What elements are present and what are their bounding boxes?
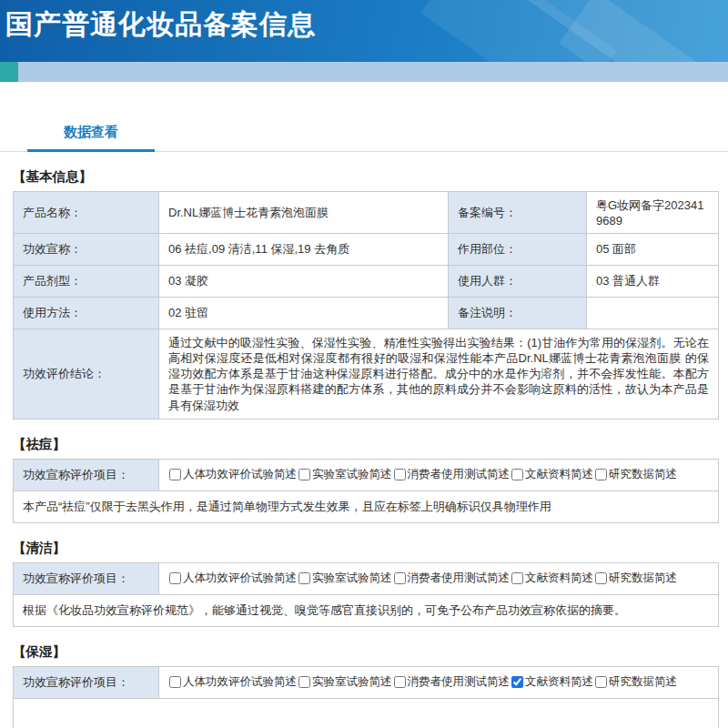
table-row: 功效宣称： 06 祛痘,09 清洁,11 保湿,19 去角质 作用部位： 05 … [14,234,719,266]
table-row: 产品剂型： 03 凝胶 使用人群： 03 普通人群 [14,266,719,298]
checkbox-acne-1[interactable] [169,469,181,480]
field-value-application-area: 05 面部 [587,234,719,266]
table-row [14,698,719,728]
checkbox-moisture-2[interactable] [298,676,310,688]
checkbox-option-clean-2[interactable]: 实验室试验简述 [298,571,392,586]
section-title-clean: 【清洁】 [13,540,719,557]
checkbox-option-acne-1[interactable]: 人体功效评价试验简述 [168,467,297,482]
table-row: 本产品“祛痘”仅限于去黑头作用，是通过简单物理方式发生效果，且应在标签上明确标识… [14,490,719,522]
field-label-usage-method: 使用方法： [14,298,159,329]
field-value-usage-method: 02 驻留 [159,298,449,329]
field-label-remarks: 备注说明： [449,298,587,329]
table-row: 功效宣称评价项目： 人体功效评价试验简述实验室试验简述消费者使用测试简述文献资料… [14,666,719,698]
field-label-eval-items-acne: 功效宣称评价项目： [14,459,159,490]
checkbox-label: 文献资料简述 [525,571,593,586]
section-title-acne: 【祛痘】 [13,436,719,453]
checkbox-acne-5[interactable] [595,469,607,480]
page-title: 国产普通化妆品备案信息 [0,0,728,44]
section-title-moisture: 【保湿】 [13,643,719,661]
checkbox-label: 研究数据简述 [609,467,677,482]
main-content: 【基本信息】 产品名称： Dr.NL娜蓝博士花青素泡泡面膜 备案编号： 粤G妆网… [0,168,728,728]
checkbox-option-clean-5[interactable]: 研究数据简述 [594,571,677,586]
checkbox-label: 研究数据简述 [609,674,677,690]
field-label-filing-number: 备案编号： [449,192,587,234]
checkbox-label: 人体功效评价试验简述 [183,467,297,482]
field-label-user-group: 使用人群： [449,266,587,298]
acne-table: 功效宣称评价项目： 人体功效评价试验简述实验室试验简述消费者使用测试简述文献资料… [13,459,719,523]
checkbox-label: 实验室试验简述 [312,571,392,586]
checkbox-label: 实验室试验简述 [312,674,392,690]
checkbox-option-acne-4[interactable]: 文献资料简述 [511,467,593,482]
checkbox-clean-2[interactable] [298,572,310,584]
header-substrip [0,62,728,82]
checkbox-group-moisture: 人体功效评价试验简述实验室试验简述消费者使用测试简述文献资料简述研究数据简述 [159,666,719,698]
checkbox-label: 消费者使用测试简述 [408,674,511,690]
checkbox-option-clean-4[interactable]: 文献资料简述 [511,571,593,586]
table-row: 功效宣称评价项目： 人体功效评价试验简述实验室试验简述消费者使用测试简述文献资料… [14,562,719,594]
checkbox-moisture-5[interactable] [595,676,607,688]
checkbox-option-acne-5[interactable]: 研究数据简述 [594,467,677,482]
checkbox-acne-3[interactable] [394,469,406,480]
field-label-efficacy-claims: 功效宣称： [14,234,159,266]
checkbox-group-clean: 人体功效评价试验简述实验室试验简述消费者使用测试简述文献资料简述研究数据简述 [159,562,719,594]
checkbox-label: 消费者使用测试简述 [408,571,511,586]
field-label-product-form: 产品剂型： [14,266,159,298]
empty-row [14,698,719,728]
field-value-efficacy-conclusion: 通过文献中的吸湿性实验、保湿性实验、精准性实验得出实验结果：(1)甘油作为常用的… [159,329,719,420]
checkbox-option-moisture-1[interactable]: 人体功效评价试验简述 [168,674,297,690]
checkbox-label: 实验室试验简述 [312,467,392,482]
table-row: 根据《化妆品功效宣称评价规范》，能够通过视觉、嗅觉等感官直接识别的，可免予公布产… [14,594,719,626]
checkbox-group-acne: 人体功效评价试验简述实验室试验简述消费者使用测试简述文献资料简述研究数据简述 [159,459,719,490]
field-label-efficacy-conclusion: 功效评价结论： [14,329,159,420]
moisture-table: 功效宣称评价项目： 人体功效评价试验简述实验室试验简述消费者使用测试简述文献资料… [13,666,719,728]
checkbox-label: 消费者使用测试简述 [408,467,511,482]
checkbox-option-clean-1[interactable]: 人体功效评价试验简述 [168,571,297,586]
teal-accent-block [0,62,18,82]
tab-bar: 数据查看 [0,115,728,152]
checkbox-option-acne-3[interactable]: 消费者使用测试简述 [393,467,511,482]
checkbox-option-moisture-3[interactable]: 消费者使用测试简述 [393,674,511,690]
checkbox-option-moisture-2[interactable]: 实验室试验简述 [298,674,392,690]
checkbox-option-moisture-5[interactable]: 研究数据简述 [594,674,677,690]
field-label-eval-items-clean: 功效宣称评价项目： [14,562,159,594]
checkbox-acne-4[interactable] [511,469,523,480]
checkbox-label: 文献资料简述 [525,467,593,482]
checkbox-label: 文献资料简述 [525,674,593,690]
table-row: 功效评价结论： 通过文献中的吸湿性实验、保湿性实验、精准性实验得出实验结果：(1… [14,329,719,420]
checkbox-moisture-3[interactable] [394,676,406,688]
table-row: 功效宣称评价项目： 人体功效评价试验简述实验室试验简述消费者使用测试简述文献资料… [14,459,719,490]
field-value-filing-number: 粤G妆网备字2023419689 [587,192,719,234]
clean-note-text: 根据《化妆品功效宣称评价规范》，能够通过视觉、嗅觉等感官直接识别的，可免予公布产… [14,594,719,626]
section-title-basic-info: 【基本信息】 [13,168,719,186]
field-label-eval-items-moisture: 功效宣称评价项目： [14,666,159,698]
checkbox-acne-2[interactable] [298,469,310,480]
checkbox-clean-5[interactable] [595,572,607,584]
field-value-remarks [587,298,719,329]
checkbox-option-clean-3[interactable]: 消费者使用测试简述 [393,571,511,586]
field-value-product-name: Dr.NL娜蓝博士花青素泡泡面膜 [159,192,449,234]
acne-note-text: 本产品“祛痘”仅限于去黑头作用，是通过简单物理方式发生效果，且应在标签上明确标识… [14,490,719,522]
basic-info-table: 产品名称： Dr.NL娜蓝博士花青素泡泡面膜 备案编号： 粤G妆网备字20234… [13,191,719,420]
field-value-efficacy-claims: 06 祛痘,09 清洁,11 保湿,19 去角质 [159,234,449,266]
table-row: 使用方法： 02 驻留 备注说明： [14,298,719,329]
table-row: 产品名称： Dr.NL娜蓝博士花青素泡泡面膜 备案编号： 粤G妆网备字20234… [14,192,719,234]
tab-data-view[interactable]: 数据查看 [27,115,155,152]
checkbox-clean-4[interactable] [511,572,523,584]
clean-table: 功效宣称评价项目： 人体功效评价试验简述实验室试验简述消费者使用测试简述文献资料… [13,562,719,627]
page-header: 国产普通化妆品备案信息 [0,0,728,62]
checkbox-option-acne-2[interactable]: 实验室试验简述 [298,467,392,482]
field-label-application-area: 作用部位： [449,234,587,266]
checkbox-moisture-4[interactable] [511,676,523,688]
checkbox-clean-3[interactable] [394,572,406,584]
field-value-product-form: 03 凝胶 [159,266,449,298]
checkbox-label: 人体功效评价试验简述 [183,674,297,690]
field-value-user-group: 03 普通人群 [587,266,719,298]
checkbox-option-moisture-4[interactable]: 文献资料简述 [511,674,593,690]
checkbox-label: 人体功效评价试验简述 [183,571,297,586]
field-label-product-name: 产品名称： [14,192,159,234]
checkbox-moisture-1[interactable] [169,676,181,688]
checkbox-clean-1[interactable] [169,572,181,584]
checkbox-label: 研究数据简述 [609,571,677,586]
